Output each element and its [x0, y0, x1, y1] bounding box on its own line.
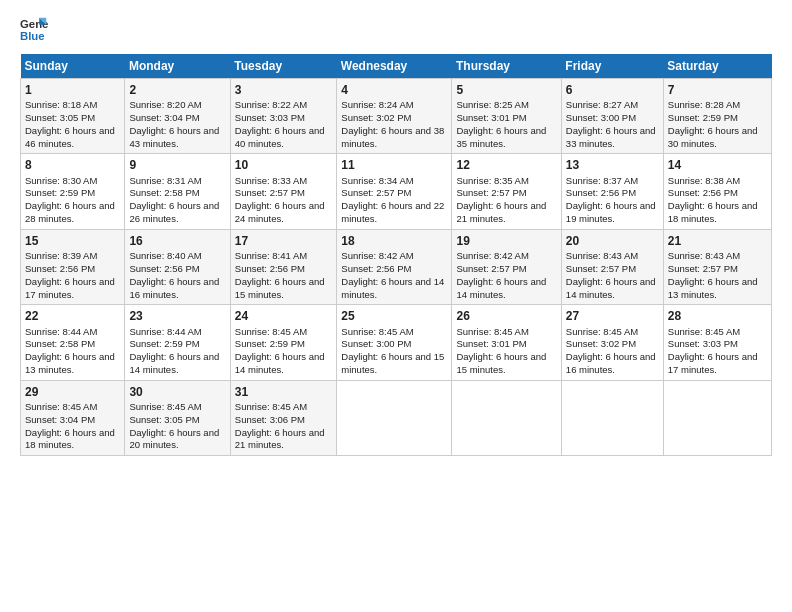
sunrise-text: Sunrise: 8:45 AM — [129, 401, 201, 412]
daylight-text: Daylight: 6 hours and 21 minutes. — [456, 200, 546, 224]
daylight-text: Daylight: 6 hours and 38 minutes. — [341, 125, 444, 149]
daylight-text: Daylight: 6 hours and 20 minutes. — [129, 427, 219, 451]
sunset-text: Sunset: 3:04 PM — [25, 414, 95, 425]
calendar-cell: 11Sunrise: 8:34 AMSunset: 2:57 PMDayligh… — [337, 154, 452, 229]
daylight-text: Daylight: 6 hours and 15 minutes. — [341, 351, 444, 375]
calendar-cell: 9Sunrise: 8:31 AMSunset: 2:58 PMDaylight… — [125, 154, 230, 229]
sunset-text: Sunset: 3:03 PM — [668, 338, 738, 349]
day-number: 6 — [566, 82, 659, 98]
daylight-text: Daylight: 6 hours and 43 minutes. — [129, 125, 219, 149]
daylight-text: Daylight: 6 hours and 14 minutes. — [341, 276, 444, 300]
sunset-text: Sunset: 3:00 PM — [566, 112, 636, 123]
calendar-cell: 14Sunrise: 8:38 AMSunset: 2:56 PMDayligh… — [663, 154, 771, 229]
calendar-cell: 6Sunrise: 8:27 AMSunset: 3:00 PMDaylight… — [561, 79, 663, 154]
calendar-cell — [337, 380, 452, 455]
sunrise-text: Sunrise: 8:45 AM — [341, 326, 413, 337]
sunrise-text: Sunrise: 8:45 AM — [566, 326, 638, 337]
header: General Blue — [20, 16, 772, 44]
daylight-text: Daylight: 6 hours and 14 minutes. — [566, 276, 656, 300]
calendar-cell — [561, 380, 663, 455]
day-header-thursday: Thursday — [452, 54, 561, 79]
sunset-text: Sunset: 2:57 PM — [566, 263, 636, 274]
sunset-text: Sunset: 2:57 PM — [456, 187, 526, 198]
sunrise-text: Sunrise: 8:38 AM — [668, 175, 740, 186]
day-number: 12 — [456, 157, 556, 173]
sunset-text: Sunset: 2:57 PM — [341, 187, 411, 198]
sunrise-text: Sunrise: 8:44 AM — [25, 326, 97, 337]
calendar-cell — [663, 380, 771, 455]
week-row-2: 8Sunrise: 8:30 AMSunset: 2:59 PMDaylight… — [21, 154, 772, 229]
calendar-header-row: SundayMondayTuesdayWednesdayThursdayFrid… — [21, 54, 772, 79]
sunset-text: Sunset: 3:05 PM — [25, 112, 95, 123]
sunset-text: Sunset: 2:56 PM — [129, 263, 199, 274]
page: General Blue SundayMondayTuesdayWednesda… — [0, 0, 792, 612]
daylight-text: Daylight: 6 hours and 16 minutes. — [129, 276, 219, 300]
calendar-cell: 10Sunrise: 8:33 AMSunset: 2:57 PMDayligh… — [230, 154, 337, 229]
day-number: 21 — [668, 233, 767, 249]
svg-text:Blue: Blue — [20, 30, 45, 42]
daylight-text: Daylight: 6 hours and 26 minutes. — [129, 200, 219, 224]
day-number: 27 — [566, 308, 659, 324]
day-header-saturday: Saturday — [663, 54, 771, 79]
sunset-text: Sunset: 3:01 PM — [456, 112, 526, 123]
calendar-cell: 7Sunrise: 8:28 AMSunset: 2:59 PMDaylight… — [663, 79, 771, 154]
daylight-text: Daylight: 6 hours and 17 minutes. — [668, 351, 758, 375]
sunset-text: Sunset: 2:56 PM — [668, 187, 738, 198]
calendar-cell: 20Sunrise: 8:43 AMSunset: 2:57 PMDayligh… — [561, 229, 663, 304]
sunrise-text: Sunrise: 8:18 AM — [25, 99, 97, 110]
sunset-text: Sunset: 3:03 PM — [235, 112, 305, 123]
sunset-text: Sunset: 2:58 PM — [129, 187, 199, 198]
day-header-monday: Monday — [125, 54, 230, 79]
week-row-1: 1Sunrise: 8:18 AMSunset: 3:05 PMDaylight… — [21, 79, 772, 154]
sunrise-text: Sunrise: 8:33 AM — [235, 175, 307, 186]
sunrise-text: Sunrise: 8:45 AM — [235, 401, 307, 412]
day-number: 3 — [235, 82, 333, 98]
week-row-4: 22Sunrise: 8:44 AMSunset: 2:58 PMDayligh… — [21, 305, 772, 380]
sunset-text: Sunset: 2:58 PM — [25, 338, 95, 349]
daylight-text: Daylight: 6 hours and 18 minutes. — [25, 427, 115, 451]
day-number: 18 — [341, 233, 447, 249]
daylight-text: Daylight: 6 hours and 14 minutes. — [235, 351, 325, 375]
sunrise-text: Sunrise: 8:40 AM — [129, 250, 201, 261]
day-header-sunday: Sunday — [21, 54, 125, 79]
calendar-cell: 4Sunrise: 8:24 AMSunset: 3:02 PMDaylight… — [337, 79, 452, 154]
day-number: 10 — [235, 157, 333, 173]
calendar-cell: 17Sunrise: 8:41 AMSunset: 2:56 PMDayligh… — [230, 229, 337, 304]
calendar-cell: 28Sunrise: 8:45 AMSunset: 3:03 PMDayligh… — [663, 305, 771, 380]
daylight-text: Daylight: 6 hours and 22 minutes. — [341, 200, 444, 224]
daylight-text: Daylight: 6 hours and 33 minutes. — [566, 125, 656, 149]
week-row-5: 29Sunrise: 8:45 AMSunset: 3:04 PMDayligh… — [21, 380, 772, 455]
calendar-cell: 19Sunrise: 8:42 AMSunset: 2:57 PMDayligh… — [452, 229, 561, 304]
day-number: 25 — [341, 308, 447, 324]
calendar-cell: 15Sunrise: 8:39 AMSunset: 2:56 PMDayligh… — [21, 229, 125, 304]
day-number: 22 — [25, 308, 120, 324]
logo: General Blue — [20, 16, 54, 44]
calendar-cell: 1Sunrise: 8:18 AMSunset: 3:05 PMDaylight… — [21, 79, 125, 154]
logo-icon: General Blue — [20, 16, 48, 44]
sunrise-text: Sunrise: 8:45 AM — [668, 326, 740, 337]
day-number: 5 — [456, 82, 556, 98]
calendar-body: 1Sunrise: 8:18 AMSunset: 3:05 PMDaylight… — [21, 79, 772, 456]
daylight-text: Daylight: 6 hours and 35 minutes. — [456, 125, 546, 149]
sunrise-text: Sunrise: 8:22 AM — [235, 99, 307, 110]
daylight-text: Daylight: 6 hours and 19 minutes. — [566, 200, 656, 224]
daylight-text: Daylight: 6 hours and 15 minutes. — [235, 276, 325, 300]
sunrise-text: Sunrise: 8:43 AM — [668, 250, 740, 261]
sunset-text: Sunset: 3:02 PM — [341, 112, 411, 123]
sunrise-text: Sunrise: 8:42 AM — [456, 250, 528, 261]
sunrise-text: Sunrise: 8:34 AM — [341, 175, 413, 186]
daylight-text: Daylight: 6 hours and 17 minutes. — [25, 276, 115, 300]
calendar-cell: 8Sunrise: 8:30 AMSunset: 2:59 PMDaylight… — [21, 154, 125, 229]
day-number: 30 — [129, 384, 225, 400]
calendar-cell: 26Sunrise: 8:45 AMSunset: 3:01 PMDayligh… — [452, 305, 561, 380]
week-row-3: 15Sunrise: 8:39 AMSunset: 2:56 PMDayligh… — [21, 229, 772, 304]
sunrise-text: Sunrise: 8:20 AM — [129, 99, 201, 110]
sunrise-text: Sunrise: 8:42 AM — [341, 250, 413, 261]
calendar-cell: 16Sunrise: 8:40 AMSunset: 2:56 PMDayligh… — [125, 229, 230, 304]
daylight-text: Daylight: 6 hours and 18 minutes. — [668, 200, 758, 224]
sunrise-text: Sunrise: 8:45 AM — [25, 401, 97, 412]
sunset-text: Sunset: 2:56 PM — [341, 263, 411, 274]
calendar-cell: 13Sunrise: 8:37 AMSunset: 2:56 PMDayligh… — [561, 154, 663, 229]
calendar-cell: 22Sunrise: 8:44 AMSunset: 2:58 PMDayligh… — [21, 305, 125, 380]
day-number: 20 — [566, 233, 659, 249]
